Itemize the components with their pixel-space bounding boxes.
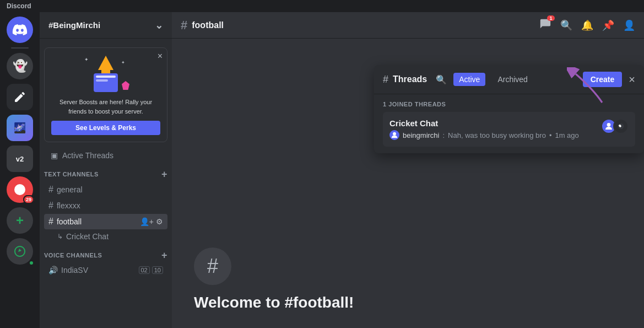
boost-banner-button[interactable]: See Levels & Perks (51, 121, 160, 135)
voice-icon: 🔊 (48, 266, 58, 275)
welcome-section: # Welcome to #football! (194, 248, 354, 311)
channel-name-cricket-chat: Cricket Chat (66, 232, 109, 241)
thread-timestamp: 1m ago (555, 131, 578, 139)
thread-item-info: Cricket Chat beingmirchi : Nah, was too … (389, 119, 579, 140)
discord-brand-label: Discord (7, 2, 31, 10)
svg-point-0 (14, 184, 25, 195)
threads-create-button[interactable]: Create (583, 72, 623, 87)
text-channels-label: TEXT CHANNELS (44, 171, 99, 178)
main-content: # football 1 🔍 🔔 📌 👤 # Wel (172, 12, 644, 328)
channel-hash-icon: # (48, 201, 53, 211)
threads-panel-body: 1 JOINED THREADS Cricket Chat beingmirch (374, 94, 644, 153)
thread-author-avatar (389, 130, 399, 140)
channel-item-flexxxx[interactable]: # flexxxx (44, 198, 167, 213)
server-icon-pen[interactable] (7, 84, 33, 110)
thread-item-meta: beingmirchi : Nah, was too busy working … (389, 130, 579, 140)
welcome-title: Welcome to #football! (194, 294, 354, 311)
threads-panel-title: Threads (393, 74, 427, 84)
text-channels-header[interactable]: TEXT CHANNELS + (40, 166, 172, 181)
thread-avatar-2 (613, 119, 629, 134)
threads-tab-archived[interactable]: Archived (492, 73, 533, 86)
server-icon-red[interactable]: 29 (7, 176, 33, 203)
thread-participant-avatars (601, 119, 629, 134)
channel-actions: 👤+ ⚙ (140, 217, 163, 226)
threads-section-label: 1 JOINED THREADS (383, 101, 635, 107)
channel-hash-icon: # (181, 18, 187, 33)
server-icon-ghost[interactable]: 👻 (7, 53, 33, 79)
voice-channel-counts: 02 10 (139, 266, 164, 274)
thread-author-name: beingmirchi (403, 131, 439, 139)
channel-sidebar: #BeingMirchi ⌄ × (40, 12, 172, 328)
server-divider (11, 47, 29, 49)
thread-message-preview: Nah, was too busy working bro (448, 131, 546, 139)
channel-list: × ✦ ✦ (40, 39, 172, 328)
explore-button[interactable] (7, 238, 33, 265)
threads-tab-active[interactable]: Active (453, 73, 485, 86)
server-icon-image[interactable]: 🌌 (7, 115, 33, 141)
threads-hash-icon: # (383, 74, 388, 85)
boost-banner-close-button[interactable]: × (158, 51, 163, 61)
members-icon[interactable]: 👤 (623, 19, 635, 31)
chevron-down-icon: ⌄ (155, 19, 163, 31)
voice-channel-name: IndiaSV (61, 266, 136, 275)
threads-badge: 1 (547, 15, 555, 21)
boost-banner-image: ✦ ✦ (51, 55, 160, 93)
voice-channels-header[interactable]: VOICE CHANNELS + (40, 248, 172, 262)
thread-message-separator: : (442, 131, 445, 139)
threads-title-area: # Threads (383, 74, 427, 85)
channel-hash-icon: # (48, 217, 53, 227)
channel-item-general[interactable]: # general (44, 182, 167, 197)
threads-close-button[interactable]: × (629, 73, 635, 86)
active-threads-label: Active Threads (62, 151, 113, 160)
search-icon[interactable]: 🔍 (560, 19, 572, 31)
top-bar-channel-name: football (192, 20, 224, 30)
channel-content: # Welcome to #football! # Threads 🔍 Acti… (172, 39, 644, 328)
add-channel-button[interactable]: + (161, 169, 167, 180)
server-sidebar: 👻 🌌 v2 29 + (0, 12, 40, 328)
thread-item-header: Cricket Chat beingmirchi : Nah, was too … (389, 119, 629, 140)
threads-panel: # Threads 🔍 Active Archived Create × 1 J… (374, 65, 644, 153)
channel-hash-icon: # (48, 185, 53, 195)
threads-search-icon[interactable]: 🔍 (436, 74, 447, 85)
thread-item[interactable]: Cricket Chat beingmirchi : Nah, was too … (383, 112, 635, 147)
top-bar-icons: 1 🔍 🔔 📌 👤 (539, 18, 635, 33)
active-threads-item[interactable]: ▣ Active Threads (44, 147, 167, 164)
boost-banner: × ✦ ✦ (44, 47, 167, 142)
thread-dot-separator: • (549, 131, 552, 139)
channel-item-football[interactable]: # football 👤+ ⚙ (44, 214, 167, 229)
thread-sub-icon: ↳ (57, 233, 63, 240)
channel-name-flexxxx: flexxxx (57, 201, 163, 210)
add-voice-channel-button[interactable]: + (161, 250, 167, 261)
discord-home-button[interactable] (7, 17, 33, 43)
add-server-button[interactable]: + (7, 207, 33, 234)
threads-panel-header: # Threads 🔍 Active Archived Create × (374, 65, 644, 94)
svg-point-1 (393, 132, 396, 136)
channel-name-general: general (57, 185, 163, 194)
voice-channel-indiasv[interactable]: 🔊 IndiaSV 02 10 (44, 263, 167, 277)
channel-item-cricket-chat[interactable]: ↳ Cricket Chat (44, 230, 167, 243)
thread-item-title: Cricket Chat (389, 119, 579, 128)
boost-banner-text: Server Boosts are here! Rally your frien… (51, 98, 160, 116)
svg-point-2 (607, 123, 611, 127)
top-bar: # football 1 🔍 🔔 📌 👤 (172, 12, 644, 39)
voice-count-1: 02 (139, 266, 150, 274)
settings-icon[interactable]: ⚙ (156, 217, 163, 226)
bell-icon[interactable]: 🔔 (581, 19, 593, 31)
active-threads-icon: ▣ (51, 151, 58, 160)
channel-name-football: football (57, 217, 137, 226)
server-name: #BeingMirchi (48, 20, 100, 30)
server-name-bar[interactable]: #BeingMirchi ⌄ (40, 12, 172, 39)
add-member-icon[interactable]: 👤+ (140, 217, 154, 226)
voice-count-2: 10 (152, 266, 163, 274)
threads-icon-button[interactable]: 1 (539, 18, 551, 33)
pin-icon[interactable]: 📌 (602, 19, 614, 31)
server-icon-v2[interactable]: v2 (7, 146, 33, 172)
welcome-hash-circle: # (194, 248, 231, 285)
voice-channels-label: VOICE CHANNELS (44, 252, 102, 259)
